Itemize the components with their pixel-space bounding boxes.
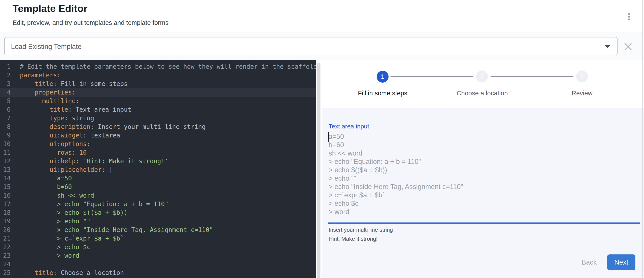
field-description: Insert your multi line string [328, 227, 393, 233]
stepper-step-2-circle: 2 [476, 70, 488, 82]
code-line-content: ui:options: [10, 140, 90, 148]
load-template-select-value: Load Existing Template [11, 43, 82, 51]
line-number: 25 [0, 269, 10, 277]
editor-line[interactable]: 4 properties: [0, 88, 316, 97]
stepper-step-3-label: Review [532, 90, 633, 97]
stepper-connector-2 [491, 76, 573, 77]
line-number: 6 [0, 106, 10, 113]
line-number: 4 [0, 89, 10, 96]
line-number: 22 [0, 244, 10, 251]
editor-line[interactable]: 18 > echo $(($a + $b)) [0, 208, 316, 217]
line-number: 13 [0, 166, 10, 173]
editor-line[interactable]: 25 - title: Choose a location [0, 269, 316, 277]
editor-line[interactable]: 21 > c=`expr $a + $b` [0, 234, 316, 243]
code-line-content: description: Insert your multi line stri… [10, 123, 206, 130]
editor-line[interactable]: 23 > word [0, 251, 316, 260]
line-number: 10 [0, 140, 10, 148]
line-number: 7 [0, 115, 10, 122]
line-number: 1 [0, 63, 10, 70]
line-number: 16 [0, 192, 10, 199]
text-cursor [328, 132, 328, 142]
stepper-step-1-label: Fill in some steps [332, 90, 433, 97]
line-number: 20 [0, 226, 10, 234]
stepper-step-2-label: Choose a location [432, 90, 533, 97]
editor-line[interactable]: 3 - title: Fill in some steps [0, 79, 316, 88]
editor-line[interactable]: 12 ui:help: 'Hint: Make it strong!' [0, 157, 316, 165]
editor-line[interactable]: 24 [0, 260, 316, 269]
field-hint: Hint: Make it strong! [328, 236, 378, 242]
editor-line[interactable]: 8 description: Insert your multi line st… [0, 122, 316, 131]
editor-line[interactable]: 9 ui:widget: textarea [0, 131, 316, 140]
editor-line[interactable]: 5 multiline: [0, 97, 316, 105]
textarea-input[interactable]: a=50 b=60 sh << word > echo "Equation: a… [328, 132, 640, 218]
toolbar-row: Load Existing Template [0, 32, 644, 60]
editor-line[interactable]: 7 type: string [0, 114, 316, 122]
textarea-field-label: Text area input [328, 123, 369, 130]
stepper-step-1-number: 1 [381, 73, 384, 80]
chevron-down-icon [605, 45, 610, 48]
stepper-connector-1 [390, 76, 474, 77]
line-number: 18 [0, 209, 10, 216]
line-number: 21 [0, 235, 10, 242]
template-editor-page: Template Editor Edit, preview, and try o… [0, 0, 644, 278]
code-line-content: > echo "Inside Here Tag, Assignment c=11… [10, 226, 213, 234]
line-number: 12 [0, 158, 10, 165]
line-number: 9 [0, 132, 10, 139]
code-line-content: # Edit the template parameters below to … [10, 63, 316, 70]
editor-line[interactable]: 22 > echo $c [0, 243, 316, 251]
close-icon [624, 43, 632, 50]
editor-scrollbar-thumb[interactable] [317, 63, 320, 278]
editor-line[interactable]: 11 rows: 10 [0, 148, 316, 157]
code-line-content: > c=`expr $a + $b` [10, 235, 124, 242]
code-line-content: > echo "Equation: a + b = 110" [10, 201, 168, 208]
line-number: 5 [0, 97, 10, 105]
editor-line[interactable]: 2parameters: [0, 71, 316, 79]
editor-line[interactable]: 15 b=60 [0, 183, 316, 191]
editor-line[interactable]: 16 sh << word [0, 191, 316, 200]
stepper-step-3-number: 3 [580, 73, 584, 80]
editor-line[interactable]: 19 > echo "" [0, 217, 316, 226]
editor-line[interactable]: 6 title: Text area input [0, 105, 316, 114]
right-edge-border [642, 0, 643, 278]
editor-line[interactable]: 10 ui:options: [0, 140, 316, 148]
editor-line[interactable]: 1# Edit the template parameters below to… [0, 62, 316, 71]
code-line-content: - title: Fill in some steps [10, 80, 128, 87]
code-line-content: sh << word [10, 192, 94, 199]
line-number: 15 [0, 183, 10, 191]
code-line-content: > echo $c [10, 244, 90, 251]
editor-line[interactable]: 20 > echo "Inside Here Tag, Assignment c… [0, 226, 316, 234]
line-number: 24 [0, 261, 10, 268]
code-line-content: ui:widget: textarea [10, 132, 120, 139]
code-line-content: title: Text area input [10, 106, 131, 113]
more-options-button[interactable] [624, 10, 634, 23]
stepper-step-2-number: 2 [480, 73, 484, 80]
code-line-content: properties: [10, 89, 76, 96]
next-button[interactable]: Next [607, 255, 636, 270]
editor-scrollbar[interactable] [316, 60, 322, 278]
code-editor[interactable]: 1# Edit the template parameters below to… [0, 60, 316, 278]
line-number: 11 [0, 149, 10, 156]
editor-line[interactable]: 13 ui:placeholder: | [0, 165, 316, 174]
code-line-content: parameters: [10, 72, 60, 79]
clear-selection-button[interactable] [622, 41, 634, 52]
line-number: 3 [0, 80, 10, 87]
textarea-focus-underline [328, 223, 640, 224]
code-line-content: multiline: [10, 97, 79, 105]
back-button[interactable]: Back [576, 255, 602, 270]
page-header: Template Editor Edit, preview, and try o… [0, 0, 644, 32]
page-subtitle: Edit, preview, and try out templates and… [12, 19, 168, 26]
stepper-step-3-circle: 3 [576, 70, 588, 82]
line-number: 8 [0, 123, 10, 130]
load-template-select[interactable]: Load Existing Template [4, 37, 618, 55]
editor-line[interactable]: 17 > echo "Equation: a + b = 110" [0, 200, 316, 208]
page-title: Template Editor [12, 3, 88, 14]
kebab-icon [628, 13, 630, 15]
code-line-content: ui:placeholder: | [10, 166, 112, 173]
code-line-content: b=60 [10, 183, 72, 191]
code-line-content: a=50 [10, 175, 72, 182]
code-line-content: rows: 10 [10, 149, 86, 156]
code-line-content: > echo "" [10, 218, 90, 225]
code-line-content: type: string [10, 115, 94, 122]
editor-line[interactable]: 14 a=50 [0, 174, 316, 183]
line-number: 17 [0, 201, 10, 208]
